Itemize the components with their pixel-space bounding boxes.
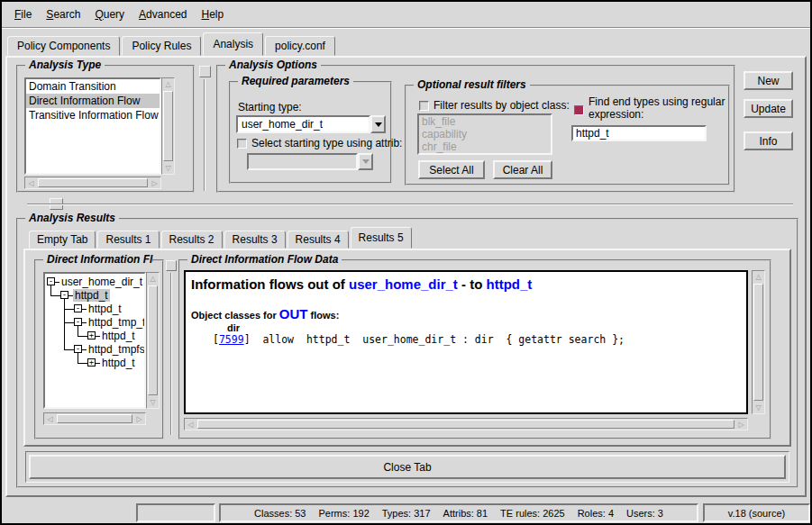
analysis-type-listbox[interactable]: Domain Transition Direct Information Flo…	[24, 77, 161, 175]
expander-icon[interactable]: -	[74, 345, 82, 353]
tree-node[interactable]: +httpd_t	[87, 330, 137, 343]
scroll-thumb[interactable]	[57, 414, 132, 423]
scroll-down-icon[interactable]: ▽	[753, 402, 764, 413]
flow-data-text[interactable]: Information flows out of user_home_dir_t…	[184, 270, 748, 414]
scroll-thumb[interactable]	[163, 91, 173, 161]
expander-icon[interactable]: +	[87, 331, 96, 339]
scroll-thumb[interactable]	[753, 284, 763, 401]
flow-data-vscroll[interactable]: △▽	[752, 270, 765, 414]
tab-analysis[interactable]: Analysis	[203, 32, 263, 56]
scroll-left-icon[interactable]: ◁	[25, 177, 37, 188]
expander-icon[interactable]: -	[47, 277, 55, 285]
select-all-button[interactable]: Select All	[418, 160, 485, 179]
attrib-dropdown-button	[358, 153, 373, 170]
attrib-checkbox-label[interactable]: Select starting type using attrib:	[251, 137, 402, 149]
scroll-thumb[interactable]	[148, 285, 158, 395]
object-class-checkbox-label[interactable]: Filter results by object class:	[433, 99, 570, 112]
starting-type-value[interactable]: user_home_dir_t	[236, 115, 370, 133]
tab-results-4[interactable]: Results 4	[287, 231, 349, 249]
expander-icon[interactable]: +	[87, 358, 96, 367]
analysis-type-hscroll[interactable]: ◁▷	[24, 177, 161, 189]
analysis-type-vscroll[interactable]: △▽	[161, 77, 175, 175]
stat-te-rules: TE rules: 2625	[500, 508, 565, 519]
chevron-down-icon	[375, 122, 382, 127]
scroll-down-icon[interactable]: ▽	[147, 396, 159, 408]
tree-node-label[interactable]: httpd_tmpfs_t	[87, 343, 146, 356]
scroll-up-icon[interactable]: △	[147, 273, 159, 285]
tab-results-1[interactable]: Results 1	[97, 231, 159, 249]
expander-icon[interactable]: -	[60, 291, 68, 299]
list-item[interactable]: Domain Transition	[26, 79, 160, 94]
scroll-right-icon[interactable]: ▷	[149, 177, 160, 188]
tree-node[interactable]: -httpd_t	[74, 303, 123, 316]
rule-id-link[interactable]: 7599	[219, 333, 244, 346]
scroll-down-icon[interactable]: ▽	[162, 162, 174, 174]
analysis-results-title: Analysis Results	[25, 212, 119, 224]
bracket: [	[213, 333, 219, 346]
scroll-thumb[interactable]	[38, 178, 148, 187]
results-sash[interactable]	[27, 204, 793, 205]
tree-data-sash-handle[interactable]	[166, 260, 177, 271]
pane-sash-handle[interactable]	[199, 66, 211, 77]
menu-help[interactable]: Help	[194, 5, 231, 23]
tab-policy-conf[interactable]: policy.conf	[265, 36, 335, 56]
tree-connector	[64, 299, 65, 349]
tab-empty[interactable]: Empty Tab	[29, 231, 96, 249]
tab-policy-rules[interactable]: Policy Rules	[122, 36, 201, 56]
tree-node[interactable]: -httpd_t	[60, 289, 110, 303]
scroll-thumb[interactable]	[197, 420, 734, 429]
tree-node[interactable]: -user_home_dir_t	[47, 276, 144, 289]
flow-tree[interactable]: -user_home_dir_t -httpd_t -httpd_t -http…	[43, 272, 146, 409]
list-item[interactable]: Direct Information Flow	[26, 94, 160, 108]
tree-data-sash[interactable]	[170, 273, 172, 435]
attrib-checkbox[interactable]	[237, 139, 247, 149]
tree-node[interactable]: -httpd_tmpfs_t	[74, 343, 146, 357]
flow-data-hscroll[interactable]: ◁▷	[184, 418, 748, 430]
tab-results-2[interactable]: Results 2	[161, 231, 223, 249]
tree-node-label[interactable]: httpd_t	[100, 330, 137, 342]
tree-node[interactable]: +httpd_t	[87, 357, 137, 370]
tree-node-label[interactable]: httpd_t	[87, 303, 123, 315]
menu-search[interactable]: Search	[39, 5, 87, 23]
list-item: capability	[419, 128, 551, 140]
clear-all-button[interactable]: Clear All	[493, 160, 552, 179]
stat-perms: Perms: 192	[319, 508, 370, 519]
tree-node-label[interactable]: httpd_t	[100, 357, 137, 369]
menu-file[interactable]: File	[7, 5, 39, 23]
tab-results-5[interactable]: Results 5	[351, 227, 412, 249]
tree-node[interactable]: -httpd_tmp_t	[74, 316, 146, 330]
info-button[interactable]: Info	[744, 131, 793, 150]
tab-policy-components[interactable]: Policy Components	[7, 36, 120, 56]
menu-query[interactable]: Query	[87, 5, 132, 23]
new-button[interactable]: New	[744, 71, 793, 90]
scroll-up-icon[interactable]: △	[162, 78, 174, 90]
chevron-down-icon	[362, 159, 370, 164]
tree-node-label[interactable]: user_home_dir_t	[59, 276, 144, 288]
tree-node-label[interactable]: httpd_tmp_t	[87, 316, 146, 329]
regex-input[interactable]	[571, 125, 707, 141]
object-class-checkbox[interactable]	[419, 101, 429, 111]
menu-advanced[interactable]: Advanced	[132, 5, 194, 23]
object-class-name: dir	[227, 322, 240, 333]
scroll-up-icon[interactable]: △	[753, 271, 764, 283]
list-item[interactable]: Transitive Information Flow	[26, 108, 160, 122]
scroll-left-icon[interactable]: ◁	[185, 419, 196, 430]
flow-tree-hscroll[interactable]: ◁▷	[43, 412, 146, 425]
tab-results-3[interactable]: Results 3	[224, 231, 286, 249]
starting-type-combobox[interactable]: user_home_dir_t	[236, 115, 386, 133]
tree-node-label[interactable]: httpd_t	[73, 289, 110, 302]
regex-checkbox-label[interactable]: Find end types using regular expression:	[588, 95, 729, 121]
regex-checkbox[interactable]	[574, 105, 584, 115]
scroll-right-icon[interactable]: ▷	[735, 419, 747, 430]
pane-sash[interactable]	[204, 79, 205, 191]
update-button[interactable]: Update	[744, 99, 793, 118]
close-tab-button[interactable]: Close Tab	[29, 455, 786, 479]
scroll-left-icon[interactable]: ◁	[44, 413, 56, 424]
scroll-right-icon[interactable]: ▷	[133, 413, 145, 424]
starting-type-dropdown-button[interactable]	[370, 115, 386, 133]
optional-filters-title: Optional result filters	[414, 78, 530, 91]
flow-tree-vscroll[interactable]: △▽	[146, 272, 160, 409]
analysis-options-title: Analysis Options	[225, 59, 321, 71]
expander-icon[interactable]: -	[74, 304, 82, 312]
expander-icon[interactable]: -	[74, 318, 82, 326]
